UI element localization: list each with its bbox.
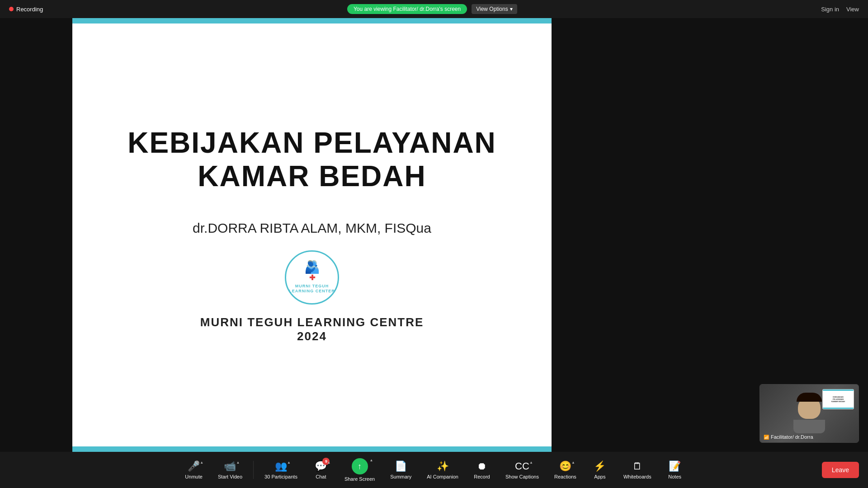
signal-icon: 📶 bbox=[764, 435, 769, 440]
slide-thumbnail: KEBIJAKANPELAYANANKAMAR BEDAH bbox=[822, 389, 854, 409]
reactions-icon: 😊 ▲ bbox=[559, 460, 571, 472]
whiteboards-icon: 🗒 bbox=[632, 460, 642, 472]
apps-label: Apps bbox=[594, 474, 605, 479]
slide-logo: 🫂 ✚ MURNI TEGUHLEARNING CENTER bbox=[285, 250, 339, 305]
reactions-label: Reactions bbox=[554, 474, 576, 479]
start-video-label: Start Video bbox=[218, 474, 242, 479]
whiteboards-label: Whiteboards bbox=[623, 474, 651, 479]
view-link[interactable]: View bbox=[846, 6, 859, 13]
show-captions-button[interactable]: CC ▲ Show Captions bbox=[499, 457, 545, 483]
camera-icon: 📹 ▲ bbox=[224, 460, 236, 472]
view-options-button[interactable]: View Options ▾ bbox=[472, 4, 517, 14]
apps-button[interactable]: ⚡ Apps bbox=[585, 457, 614, 483]
leave-button[interactable]: Leave bbox=[822, 462, 859, 478]
left-sidebar bbox=[0, 18, 72, 452]
notes-label: Notes bbox=[668, 474, 681, 479]
participants-caret[interactable]: ▲ bbox=[287, 460, 291, 465]
slide-author: dr.DORRA RIBTA ALAM, MKM, FISQua bbox=[193, 221, 431, 236]
reactions-button[interactable]: 😊 ▲ Reactions bbox=[548, 457, 583, 483]
logo-figures: 🫂 bbox=[304, 261, 320, 273]
share-screen-icon: ↑ bbox=[352, 458, 368, 474]
slide-org: MURNI TEGUH LEARNING CENTRE bbox=[200, 315, 424, 329]
reactions-caret[interactable]: ▲ bbox=[571, 460, 575, 465]
slide-container: KEBIJAKAN PELAYANAN KAMAR BEDAH dr.DORRA… bbox=[72, 18, 552, 452]
ai-companion-icon: ✨ bbox=[437, 460, 449, 472]
summary-icon: 📄 bbox=[395, 460, 407, 472]
viewing-pill: You are viewing Facilitator/ dr.Dorra's … bbox=[347, 4, 467, 14]
logo-cross: ✚ bbox=[309, 273, 315, 282]
main-area: KEBIJAKAN PELAYANAN KAMAR BEDAH dr.DORRA… bbox=[0, 18, 868, 452]
screen-viewing-banner: You are viewing Facilitator/ dr.Dorra's … bbox=[347, 4, 517, 14]
bottom-toolbar: 🎤 ▲ Unmute 📹 ▲ Start Video 👥 ▲ 30 Partic… bbox=[0, 452, 868, 488]
toolbar-divider-1 bbox=[253, 461, 254, 479]
captions-caret[interactable]: ▲ bbox=[529, 460, 533, 465]
start-video-button[interactable]: 📹 ▲ Start Video bbox=[212, 457, 249, 483]
slide-bottom-bar bbox=[72, 446, 552, 452]
share-caret[interactable]: ▲ bbox=[370, 458, 373, 462]
ai-companion-button[interactable]: ✨ AI Companion bbox=[420, 457, 465, 483]
top-right-controls: Sign in View bbox=[821, 6, 859, 13]
recording-label: Recording bbox=[16, 6, 43, 13]
view-options-label: View Options bbox=[476, 6, 508, 12]
slide-title: KEBIJAKAN PELAYANAN KAMAR BEDAH bbox=[127, 127, 496, 193]
summary-label: Summary bbox=[390, 474, 411, 479]
participant-label: 📶 Facilitator/ dr.Dorra bbox=[764, 434, 813, 440]
recording-badge: Recording bbox=[9, 6, 43, 13]
unmute-caret[interactable]: ▲ bbox=[200, 460, 203, 465]
participants-label: 30 Participants bbox=[264, 474, 297, 479]
sign-in-link[interactable]: Sign in bbox=[821, 6, 839, 13]
top-bar: Recording You are viewing Facilitator/ d… bbox=[0, 0, 868, 18]
participant-video-bg: KEBIJAKANPELAYANANKAMAR BEDAH bbox=[760, 385, 859, 442]
notes-icon: 📝 bbox=[669, 460, 681, 472]
right-sidebar: KEBIJAKANPELAYANANKAMAR BEDAH 📶 Facilita… bbox=[552, 18, 868, 452]
video-caret[interactable]: ▲ bbox=[236, 460, 240, 465]
share-screen-icon-wrap: ↑ ▲ bbox=[352, 458, 368, 474]
slide-year: 2024 bbox=[297, 329, 327, 343]
share-screen-button[interactable]: ↑ ▲ Share Screen bbox=[338, 455, 381, 485]
show-captions-label: Show Captions bbox=[505, 474, 539, 479]
participant-thumbnail: KEBIJAKANPELAYANANKAMAR BEDAH 📶 Facilita… bbox=[760, 384, 859, 443]
whiteboards-button[interactable]: 🗒 Whiteboards bbox=[617, 457, 658, 483]
logo-name: MURNI TEGUHLEARNING CENTER bbox=[289, 284, 335, 294]
record-button[interactable]: ⏺ Record bbox=[467, 457, 496, 483]
record-icon: ⏺ bbox=[477, 460, 487, 472]
ai-companion-label: AI Companion bbox=[427, 474, 458, 479]
microphone-icon: 🎤 ▲ bbox=[188, 460, 200, 472]
share-screen-label: Share Screen bbox=[344, 476, 375, 482]
chat-button[interactable]: 💬 9 ▲ Chat bbox=[307, 457, 335, 483]
slide-content: KEBIJAKAN PELAYANAN KAMAR BEDAH dr.DORRA… bbox=[72, 23, 552, 446]
recording-dot bbox=[9, 7, 14, 11]
unmute-label: Unmute bbox=[185, 474, 203, 479]
slide-top-bar bbox=[72, 18, 552, 23]
chat-icon: 💬 9 ▲ bbox=[315, 460, 327, 472]
unmute-button[interactable]: 🎤 ▲ Unmute bbox=[179, 457, 209, 483]
participant-name: Facilitator/ dr.Dorra bbox=[771, 434, 813, 440]
apps-icon: ⚡ bbox=[594, 460, 606, 472]
chat-label: Chat bbox=[316, 474, 326, 479]
chat-caret[interactable]: ▲ bbox=[327, 460, 330, 465]
logo-circle: 🫂 ✚ MURNI TEGUHLEARNING CENTER bbox=[285, 250, 339, 305]
captions-icon: CC ▲ bbox=[515, 460, 529, 472]
chevron-down-icon: ▾ bbox=[510, 6, 513, 12]
record-label: Record bbox=[474, 474, 490, 479]
notes-button[interactable]: 📝 Notes bbox=[660, 457, 689, 483]
participants-icon: 👥 ▲ bbox=[275, 460, 287, 472]
summary-button[interactable]: 📄 Summary bbox=[384, 457, 418, 483]
participants-button[interactable]: 👥 ▲ 30 Participants bbox=[258, 457, 304, 483]
